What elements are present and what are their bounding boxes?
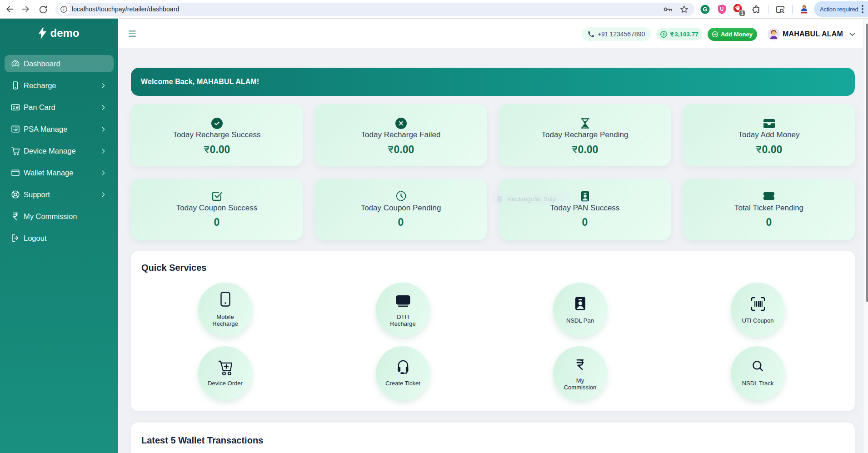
- svg-text:$: $: [663, 32, 665, 36]
- svg-text:G: G: [703, 6, 707, 13]
- svg-text:U: U: [720, 6, 724, 12]
